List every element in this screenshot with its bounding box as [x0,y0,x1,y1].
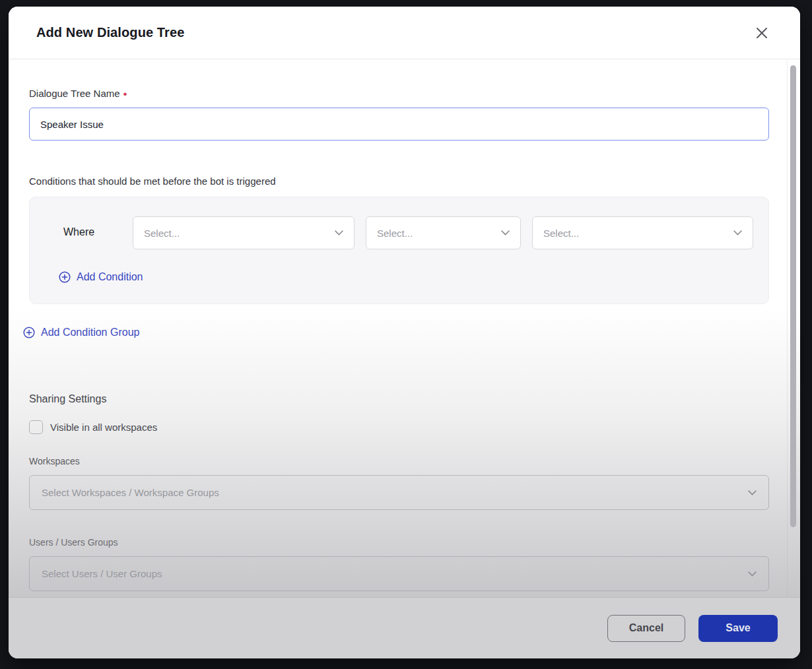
users-groups-label: Users / Users Groups [29,537,118,548]
plus-circle-icon [59,271,71,283]
chevron-down-icon [335,230,343,236]
condition-operator-select[interactable]: Select... [366,216,521,249]
add-condition-group-button[interactable]: Add Condition Group [23,327,139,338]
required-indicator: • [123,88,127,100]
add-condition-button[interactable]: Add Condition [59,271,143,283]
close-icon [755,26,768,40]
dialogue-tree-name-label: Dialogue Tree Name• [29,88,127,101]
plus-circle-icon [23,327,35,338]
modal-body: Dialogue Tree Name• Conditions that shou… [9,60,800,597]
dialogue-tree-name-label-text: Dialogue Tree Name [29,88,120,99]
sharing-settings-heading: Sharing Settings [29,393,106,405]
where-label: Where [63,226,94,238]
condition-value-select[interactable]: Select... [532,216,753,249]
visible-all-workspaces-checkbox[interactable] [29,420,43,434]
close-button[interactable] [753,24,771,42]
add-dialogue-tree-modal: Add New Dialogue Tree Dialogue Tree Name… [9,7,800,658]
save-button[interactable]: Save [698,615,778,642]
chevron-down-icon [748,490,757,495]
workspaces-label: Workspaces [29,456,80,466]
condition-value-placeholder: Select... [543,228,579,239]
modal-header: Add New Dialogue Tree [9,7,800,59]
condition-field-select[interactable]: Select... [133,216,355,249]
workspaces-placeholder: Select Workspaces / Workspace Groups [42,487,219,498]
add-condition-group-label: Add Condition Group [41,327,139,338]
condition-group-box: Where Select... Select... Select... [29,197,769,304]
conditions-section-label: Conditions that should be met before the… [29,175,276,187]
chevron-down-icon [501,230,510,236]
add-condition-label: Add Condition [77,271,143,283]
cancel-button[interactable]: Cancel [607,615,685,642]
visible-all-workspaces-label: Visible in all workspaces [50,422,157,433]
chevron-down-icon [748,571,757,577]
scrollbar-thumb[interactable] [790,65,796,527]
condition-operator-placeholder: Select... [377,228,413,239]
visible-all-workspaces-row[interactable]: Visible in all workspaces [29,420,157,434]
dialogue-tree-name-input[interactable] [29,108,769,141]
condition-field-placeholder: Select... [144,228,180,239]
modal-title: Add New Dialogue Tree [36,25,184,40]
modal-footer: Cancel Save [9,597,800,658]
users-groups-select[interactable]: Select Users / User Groups [29,556,769,591]
workspaces-select[interactable]: Select Workspaces / Workspace Groups [29,475,769,510]
chevron-down-icon [733,230,742,236]
users-groups-placeholder: Select Users / User Groups [42,568,162,579]
